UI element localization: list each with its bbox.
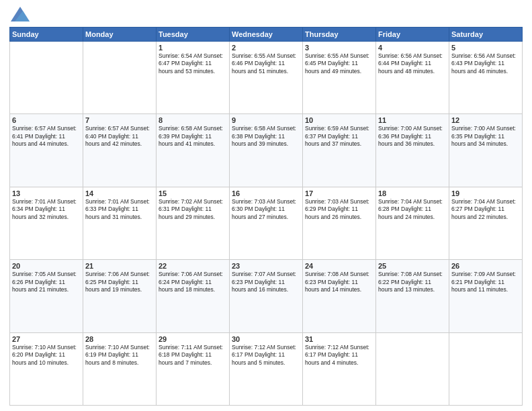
day-number: 7 [85,116,154,124]
cell-info: Sunrise: 7:04 AM Sunset: 6:28 PM Dayligh… [378,198,447,221]
cell-info: Sunrise: 7:00 AM Sunset: 6:36 PM Dayligh… [378,125,447,148]
calendar-cell [10,42,83,114]
calendar-cell: 6Sunrise: 6:57 AM Sunset: 6:41 PM Daylig… [10,114,83,187]
cell-info: Sunrise: 7:05 AM Sunset: 6:26 PM Dayligh… [12,271,81,293]
weekday-header-thursday: Thursday [303,28,376,42]
day-number: 17 [305,189,373,197]
calendar-cell: 31Sunrise: 7:12 AM Sunset: 6:17 PM Dayli… [303,332,376,405]
day-number: 18 [378,189,447,197]
cell-info: Sunrise: 6:56 AM Sunset: 6:44 PM Dayligh… [378,52,447,75]
cell-info: Sunrise: 6:54 AM Sunset: 6:47 PM Dayligh… [159,52,227,75]
calendar-cell: 21Sunrise: 7:06 AM Sunset: 6:25 PM Dayli… [83,260,157,332]
calendar-cell: 10Sunrise: 6:59 AM Sunset: 6:37 PM Dayli… [303,114,376,187]
day-number: 24 [305,262,373,270]
cell-info: Sunrise: 6:56 AM Sunset: 6:43 PM Dayligh… [451,52,520,75]
day-number: 28 [85,335,154,343]
cell-info: Sunrise: 7:01 AM Sunset: 6:34 PM Dayligh… [12,198,81,221]
calendar-cell: 27Sunrise: 7:10 AM Sunset: 6:20 PM Dayli… [10,332,83,405]
day-number: 27 [12,335,81,343]
cell-info: Sunrise: 7:10 AM Sunset: 6:19 PM Dayligh… [85,344,154,367]
day-number: 3 [305,44,373,52]
weekday-header-saturday: Saturday [449,28,523,42]
day-number: 31 [305,335,373,343]
calendar-cell: 22Sunrise: 7:06 AM Sunset: 6:24 PM Dayli… [157,260,230,332]
weekday-header-monday: Monday [83,28,157,42]
day-number: 1 [159,44,227,52]
logo-icon [11,7,30,21]
day-number: 15 [159,189,227,197]
cell-info: Sunrise: 7:01 AM Sunset: 6:33 PM Dayligh… [85,198,154,221]
day-number: 13 [12,189,81,197]
cell-info: Sunrise: 7:04 AM Sunset: 6:27 PM Dayligh… [451,198,520,221]
cell-info: Sunrise: 7:09 AM Sunset: 6:21 PM Dayligh… [451,271,520,293]
day-number: 29 [159,335,227,343]
week-row-5: 27Sunrise: 7:10 AM Sunset: 6:20 PM Dayli… [10,332,523,405]
cell-info: Sunrise: 6:57 AM Sunset: 6:40 PM Dayligh… [85,125,154,148]
day-number: 4 [378,44,447,52]
calendar-cell: 8Sunrise: 6:58 AM Sunset: 6:39 PM Daylig… [157,114,230,187]
cell-info: Sunrise: 7:00 AM Sunset: 6:35 PM Dayligh… [451,125,520,148]
calendar-cell: 20Sunrise: 7:05 AM Sunset: 6:26 PM Dayli… [10,260,83,332]
calendar-cell [449,332,523,405]
weekday-header-wednesday: Wednesday [230,28,303,42]
day-number: 23 [232,262,300,270]
calendar-cell: 4Sunrise: 6:56 AM Sunset: 6:44 PM Daylig… [376,42,449,114]
cell-info: Sunrise: 7:12 AM Sunset: 6:17 PM Dayligh… [305,344,373,367]
day-number: 26 [451,262,520,270]
day-number: 22 [159,262,227,270]
weekday-header-tuesday: Tuesday [157,28,230,42]
cell-info: Sunrise: 7:03 AM Sunset: 6:29 PM Dayligh… [305,198,373,221]
calendar-cell: 19Sunrise: 7:04 AM Sunset: 6:27 PM Dayli… [449,187,523,259]
calendar-cell: 5Sunrise: 6:56 AM Sunset: 6:43 PM Daylig… [449,42,523,114]
cell-info: Sunrise: 6:57 AM Sunset: 6:41 PM Dayligh… [12,125,81,148]
calendar-cell: 26Sunrise: 7:09 AM Sunset: 6:21 PM Dayli… [449,260,523,332]
cell-info: Sunrise: 7:08 AM Sunset: 6:23 PM Dayligh… [305,271,373,293]
week-row-1: 1Sunrise: 6:54 AM Sunset: 6:47 PM Daylig… [10,42,523,114]
cell-info: Sunrise: 6:55 AM Sunset: 6:46 PM Dayligh… [232,52,300,75]
day-number: 11 [378,116,447,124]
week-row-2: 6Sunrise: 6:57 AM Sunset: 6:41 PM Daylig… [10,114,523,187]
calendar-cell: 24Sunrise: 7:08 AM Sunset: 6:23 PM Dayli… [303,260,376,332]
cell-info: Sunrise: 7:03 AM Sunset: 6:30 PM Dayligh… [232,198,300,221]
cell-info: Sunrise: 7:11 AM Sunset: 6:18 PM Dayligh… [159,344,227,367]
calendar-cell: 12Sunrise: 7:00 AM Sunset: 6:35 PM Dayli… [449,114,523,187]
cell-info: Sunrise: 6:58 AM Sunset: 6:38 PM Dayligh… [232,125,300,148]
cell-info: Sunrise: 7:08 AM Sunset: 6:22 PM Dayligh… [378,271,447,293]
cell-info: Sunrise: 6:58 AM Sunset: 6:39 PM Dayligh… [159,125,227,148]
cell-info: Sunrise: 7:07 AM Sunset: 6:23 PM Dayligh… [232,271,300,293]
weekday-header-sunday: Sunday [10,28,83,42]
calendar-cell: 11Sunrise: 7:00 AM Sunset: 6:36 PM Dayli… [376,114,449,187]
day-number: 6 [12,116,81,124]
day-number: 30 [232,335,300,343]
week-row-3: 13Sunrise: 7:01 AM Sunset: 6:34 PM Dayli… [10,187,523,259]
weekday-header-friday: Friday [376,28,449,42]
calendar-cell: 18Sunrise: 7:04 AM Sunset: 6:28 PM Dayli… [376,187,449,259]
cell-info: Sunrise: 6:59 AM Sunset: 6:37 PM Dayligh… [305,125,373,148]
cell-info: Sunrise: 6:55 AM Sunset: 6:45 PM Dayligh… [305,52,373,75]
day-number: 14 [85,189,154,197]
calendar-cell: 16Sunrise: 7:03 AM Sunset: 6:30 PM Dayli… [230,187,303,259]
week-row-4: 20Sunrise: 7:05 AM Sunset: 6:26 PM Dayli… [10,260,523,332]
calendar-cell: 1Sunrise: 6:54 AM Sunset: 6:47 PM Daylig… [157,42,230,114]
day-number: 10 [305,116,373,124]
day-number: 5 [451,44,520,52]
day-number: 16 [232,189,300,197]
calendar-cell: 17Sunrise: 7:03 AM Sunset: 6:29 PM Dayli… [303,187,376,259]
calendar-cell: 3Sunrise: 6:55 AM Sunset: 6:45 PM Daylig… [303,42,376,114]
cell-info: Sunrise: 7:06 AM Sunset: 6:24 PM Dayligh… [159,271,227,293]
weekday-header-row: SundayMondayTuesdayWednesdayThursdayFrid… [10,28,523,42]
day-number: 8 [159,116,227,124]
day-number: 21 [85,262,154,270]
calendar-cell: 28Sunrise: 7:10 AM Sunset: 6:19 PM Dayli… [83,332,157,405]
cell-info: Sunrise: 7:02 AM Sunset: 6:31 PM Dayligh… [159,198,227,221]
calendar-cell [376,332,449,405]
day-number: 2 [232,44,300,52]
calendar-cell: 29Sunrise: 7:11 AM Sunset: 6:18 PM Dayli… [157,332,230,405]
calendar-cell [83,42,157,114]
header [9,7,523,21]
cell-info: Sunrise: 7:12 AM Sunset: 6:17 PM Dayligh… [232,344,300,367]
day-number: 20 [12,262,81,270]
calendar-cell: 9Sunrise: 6:58 AM Sunset: 6:38 PM Daylig… [230,114,303,187]
calendar-cell: 2Sunrise: 6:55 AM Sunset: 6:46 PM Daylig… [230,42,303,114]
logo [9,7,30,21]
